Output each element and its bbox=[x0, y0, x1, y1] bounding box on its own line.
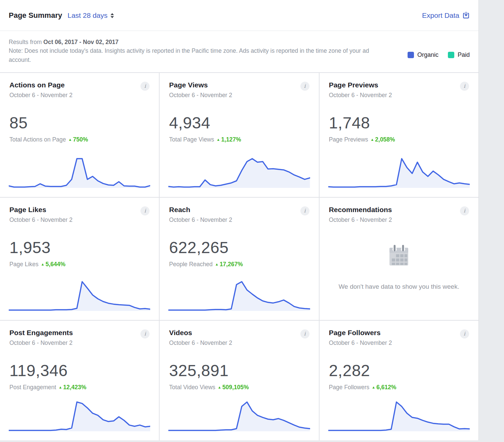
card-title: Post Engagements bbox=[9, 329, 73, 337]
export-data-button[interactable]: Export Data bbox=[422, 11, 470, 19]
delta-badge: ▲12,423% bbox=[58, 384, 86, 391]
card-date-range: October 6 - November 2 bbox=[169, 339, 232, 347]
card-reach[interactable]: Reach October 6 - November 2 i 622,265 P… bbox=[160, 198, 319, 320]
empty-state-message: We don't have data to show you this week… bbox=[339, 282, 459, 291]
organic-swatch-icon bbox=[408, 52, 414, 58]
triangle-up-icon: ▲ bbox=[372, 386, 375, 389]
delta-badge: ▲1,127% bbox=[216, 136, 241, 143]
date-range-selector[interactable]: Last 28 days bbox=[68, 11, 114, 19]
sparkline-chart bbox=[328, 155, 470, 190]
delta-value: 5,644% bbox=[45, 261, 65, 268]
delta-value: 750% bbox=[73, 136, 88, 143]
delta-value: 509,105% bbox=[222, 384, 249, 391]
triangle-up-icon: ▲ bbox=[41, 263, 45, 266]
metric-label: Post Engagement bbox=[9, 384, 56, 391]
legend-item-organic: Organic bbox=[408, 45, 438, 65]
card-page-likes[interactable]: Page Likes October 6 - November 2 i 1,95… bbox=[0, 198, 159, 320]
card-date-range: October 6 - November 2 bbox=[9, 339, 73, 347]
card-title: Page Followers bbox=[329, 329, 392, 337]
paid-swatch-icon bbox=[448, 52, 454, 58]
card-title: Videos bbox=[169, 329, 232, 337]
legend-label: Paid bbox=[458, 51, 470, 58]
delta-badge: ▲750% bbox=[68, 136, 88, 143]
card-actions-on-page[interactable]: Actions on Page October 6 - November 2 i… bbox=[0, 73, 159, 197]
note-text: Note: Does not include today's data. Ins… bbox=[9, 46, 378, 65]
results-text-block: Results from Oct 06, 2017 - Nov 02, 2017… bbox=[9, 38, 378, 65]
date-range-label: Last 28 days bbox=[68, 11, 108, 19]
metric-value: 4,934 bbox=[169, 114, 309, 132]
delta-value: 17,267% bbox=[220, 261, 243, 268]
triangle-up-icon: ▲ bbox=[218, 386, 221, 389]
metric-value: 325,891 bbox=[169, 361, 309, 380]
card-page-followers[interactable]: Page Followers October 6 - November 2 i … bbox=[320, 321, 478, 440]
metric-label: Page Likes bbox=[9, 261, 39, 268]
sparkline-chart bbox=[168, 278, 310, 313]
card-date-range: October 6 - November 2 bbox=[329, 339, 392, 347]
metric-value: 1,748 bbox=[329, 114, 469, 132]
info-icon[interactable]: i bbox=[460, 329, 469, 338]
info-icon[interactable]: i bbox=[300, 82, 309, 91]
triangle-up-icon: ▲ bbox=[68, 138, 72, 142]
card-date-range: October 6 - November 2 bbox=[329, 216, 392, 224]
metric-value: 85 bbox=[9, 114, 150, 132]
sparkline-chart bbox=[9, 278, 150, 313]
card-title: Reach bbox=[169, 206, 232, 214]
card-title: Page Previews bbox=[329, 81, 392, 89]
export-data-label: Export Data bbox=[422, 11, 459, 19]
topbar: Page Summary Last 28 days Export Data bbox=[0, 0, 478, 31]
triangle-up-icon: ▲ bbox=[216, 138, 220, 142]
sparkline-chart bbox=[9, 399, 150, 434]
sparkline-chart bbox=[9, 155, 150, 190]
page-title: Page Summary bbox=[9, 11, 62, 20]
metric-value: 2,282 bbox=[329, 361, 469, 380]
info-icon[interactable]: i bbox=[460, 82, 469, 91]
delta-value: 2,058% bbox=[375, 136, 395, 143]
card-title: Page Likes bbox=[9, 206, 73, 214]
triangle-up-icon: ▲ bbox=[58, 386, 62, 389]
card-post-engagements[interactable]: Post Engagements October 6 - November 2 … bbox=[0, 321, 159, 440]
sparkline-chart bbox=[168, 399, 310, 434]
info-icon[interactable]: i bbox=[140, 206, 150, 215]
info-icon[interactable]: i bbox=[300, 206, 309, 215]
empty-state: We don't have data to show you this week… bbox=[329, 243, 469, 291]
page-summary-panel: Page Summary Last 28 days Export Data Re… bbox=[0, 0, 479, 440]
metric-label: Total Page Views bbox=[169, 136, 214, 143]
delta-badge: ▲509,105% bbox=[218, 384, 249, 391]
subheader: Results from Oct 06, 2017 - Nov 02, 2017… bbox=[0, 31, 478, 72]
results-line: Results from Oct 06, 2017 - Nov 02, 2017 bbox=[9, 38, 378, 46]
metric-value: 119,346 bbox=[9, 361, 150, 380]
info-icon[interactable]: i bbox=[300, 329, 309, 338]
card-title: Actions on Page bbox=[9, 81, 73, 89]
card-videos[interactable]: Videos October 6 - November 2 i 325,891 … bbox=[160, 321, 319, 440]
metric-label: Total Actions on Page bbox=[9, 136, 66, 143]
delta-badge: ▲2,058% bbox=[370, 136, 395, 143]
metric-value: 622,265 bbox=[169, 238, 309, 257]
results-date-range: Oct 06, 2017 - Nov 02, 2017 bbox=[43, 39, 119, 45]
delta-badge: ▲5,644% bbox=[41, 261, 66, 268]
delta-value: 12,423% bbox=[63, 384, 86, 391]
metric-label: Page Previews bbox=[329, 136, 368, 143]
chevron-updown-icon bbox=[111, 13, 114, 18]
delta-badge: ▲17,267% bbox=[215, 261, 243, 268]
download-tray-icon bbox=[462, 12, 470, 19]
card-page-previews[interactable]: Page Previews October 6 - November 2 i 1… bbox=[320, 73, 478, 197]
sparkline-chart bbox=[168, 155, 310, 190]
triangle-up-icon: ▲ bbox=[215, 263, 219, 266]
calendar-icon bbox=[386, 243, 412, 269]
legend-label: Organic bbox=[417, 51, 438, 58]
metrics-grid: Actions on Page October 6 - November 2 i… bbox=[0, 72, 478, 440]
sparkline-chart bbox=[328, 399, 470, 434]
card-date-range: October 6 - November 2 bbox=[9, 216, 73, 224]
card-title: Recommendations bbox=[329, 206, 392, 214]
card-date-range: October 6 - November 2 bbox=[169, 216, 232, 224]
legend-item-paid: Paid bbox=[448, 45, 470, 65]
card-recommendations[interactable]: Recommendations October 6 - November 2 i bbox=[320, 198, 478, 320]
info-icon[interactable]: i bbox=[460, 206, 469, 215]
info-icon[interactable]: i bbox=[140, 82, 150, 91]
card-date-range: October 6 - November 2 bbox=[169, 92, 232, 99]
card-page-views[interactable]: Page Views October 6 - November 2 i 4,93… bbox=[160, 73, 319, 197]
metric-value: 1,953 bbox=[9, 238, 150, 257]
info-icon[interactable]: i bbox=[140, 329, 150, 338]
delta-value: 1,127% bbox=[221, 136, 241, 143]
card-date-range: October 6 - November 2 bbox=[329, 92, 392, 99]
